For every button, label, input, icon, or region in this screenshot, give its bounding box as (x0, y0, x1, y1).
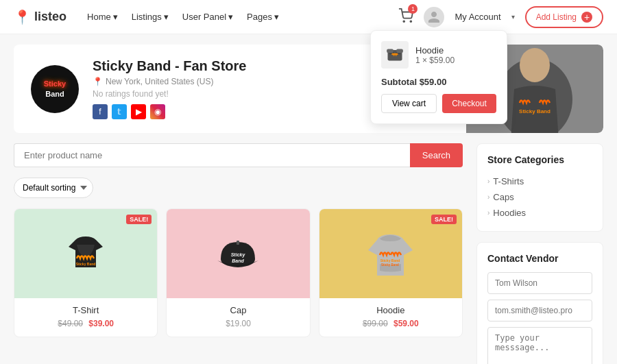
nav-listings[interactable]: Listings ▾ (132, 12, 169, 22)
product-info-hoodie: Hoodie $99.00 $59.00 (319, 298, 462, 337)
svg-point-1 (411, 21, 412, 22)
svg-text:Sticky Band: Sticky Band (380, 258, 400, 263)
product-price-tshirt: $49.00 $39.00 (23, 319, 149, 328)
contact-vendor-section: Contact Vendor Send Message (476, 242, 603, 364)
logo-text: listeo (34, 10, 66, 24)
product-image-cap: Sticky Band (167, 209, 309, 298)
nav-pages[interactable]: Pages ▾ (247, 12, 279, 22)
search-bar: Search (14, 143, 463, 167)
svg-text:Sticky Band: Sticky Band (381, 263, 399, 267)
product-grid: SALE! Sticky Band T-Shirt $49.00 $39.00 (14, 208, 463, 337)
svg-text:Band: Band (232, 258, 245, 263)
product-card-hoodie: SALE! Sticky Band Sticky Band (319, 208, 463, 337)
hoodie-icon: Sticky Band Sticky Band (365, 226, 416, 281)
product-name-cap: Cap (175, 305, 301, 315)
my-account-button[interactable]: My Account (455, 12, 500, 22)
sort-wrap: Default sorting (14, 178, 463, 198)
youtube-icon[interactable]: ▶ (131, 104, 146, 119)
cap-icon: Sticky Band (210, 232, 265, 276)
chevron-down-icon: ▾ (274, 12, 279, 22)
chevron-right-icon: › (487, 178, 489, 185)
product-name-hoodie: Hoodie (328, 305, 454, 315)
product-card-cap: Sticky Band Cap $19.00 (166, 208, 310, 337)
tshirt-icon: Sticky Band (62, 230, 110, 278)
logo[interactable]: 📍 listeo (14, 9, 66, 25)
sale-badge-hoodie: SALE! (431, 215, 457, 224)
store-logo-text2: Band (44, 89, 66, 99)
svg-text:Sticky Band: Sticky Band (519, 108, 551, 114)
chevron-down-icon: ▾ (511, 13, 515, 21)
cart-actions: View cart Checkout (381, 94, 496, 113)
search-button[interactable]: Search (410, 143, 463, 167)
sidebar: Store Categories › T-Shirts › Caps › Hoo… (476, 143, 603, 364)
location-icon: 📍 (93, 77, 103, 86)
avatar[interactable] (424, 7, 444, 27)
main-content: Search Default sorting SALE! Sticky Ba (0, 143, 617, 364)
cart-dropdown: Hoodie 1 × $59.00 Subtotal $59.00 View c… (370, 30, 507, 124)
chevron-right-icon: › (487, 193, 489, 201)
cart-item-qty: 1 × $59.00 (415, 56, 496, 65)
category-tshirts[interactable]: › T-Shirts (487, 173, 592, 189)
cart-badge: 1 (408, 4, 418, 14)
add-listing-button[interactable]: Add Listing + (525, 6, 603, 28)
cart-item-name: Hoodie (415, 45, 496, 56)
cart-subtotal: Subtotal $59.00 (381, 77, 496, 87)
header-right: 1 My Account ▾ Add Listing + (398, 6, 603, 28)
svg-text:Sticky Band: Sticky Band (76, 262, 96, 266)
cart-button[interactable]: 1 (398, 8, 413, 25)
svg-text:Sticky: Sticky (231, 252, 246, 258)
svg-rect-6 (396, 49, 403, 53)
header: 📍 listeo Home ▾ Listings ▾ User Panel ▾ … (0, 0, 617, 34)
svg-rect-5 (387, 49, 394, 53)
category-hoodies[interactable]: › Hoodies (487, 205, 592, 221)
store-logo: Sticky Band (31, 65, 79, 113)
product-name-tshirt: T-Shirt (23, 305, 149, 315)
logo-icon: 📍 (14, 9, 31, 25)
svg-point-9 (520, 48, 550, 82)
instagram-icon[interactable]: ◉ (150, 104, 165, 119)
product-card-tshirt: SALE! Sticky Band T-Shirt $49.00 $39.00 (14, 208, 158, 337)
checkout-button[interactable]: Checkout (442, 94, 496, 113)
store-hero: Sticky Band Sticky Band - Fan Store 📍 Ne… (14, 45, 603, 133)
products-area: Search Default sorting SALE! Sticky Ba (14, 143, 463, 364)
store-categories-section: Store Categories › T-Shirts › Caps › Hoo… (476, 143, 603, 232)
nav-home[interactable]: Home ▾ (87, 12, 118, 22)
store-categories-title: Store Categories (487, 154, 592, 165)
svg-rect-12 (237, 241, 239, 245)
contact-email-input[interactable] (487, 300, 592, 321)
product-price-hoodie: $99.00 $59.00 (328, 319, 454, 328)
cart-item-info: Hoodie 1 × $59.00 (415, 45, 496, 65)
cart-item-image (381, 41, 409, 69)
nav-user-panel[interactable]: User Panel ▾ (182, 12, 233, 22)
product-image-hoodie: SALE! Sticky Band Sticky Band (319, 209, 462, 298)
category-caps[interactable]: › Caps (487, 189, 592, 205)
contact-form: Send Message (487, 272, 592, 364)
chevron-right-icon: › (487, 209, 489, 217)
product-price-cap: $19.00 (175, 319, 301, 328)
search-input[interactable] (14, 143, 410, 167)
twitter-icon[interactable]: 𝕥 (112, 104, 127, 119)
svg-point-0 (404, 21, 405, 22)
facebook-icon[interactable]: f (93, 104, 108, 119)
chevron-down-icon: ▾ (164, 12, 169, 22)
contact-message-input[interactable] (487, 327, 592, 364)
view-cart-button[interactable]: View cart (381, 94, 437, 113)
store-logo-text1: Sticky (44, 79, 66, 88)
plus-icon: + (581, 12, 592, 23)
main-nav: Home ▾ Listings ▾ User Panel ▾ Pages ▾ (87, 12, 279, 22)
cart-item: Hoodie 1 × $59.00 (381, 41, 496, 69)
contact-name-input[interactable] (487, 272, 592, 294)
chevron-down-icon: ▾ (113, 12, 118, 22)
product-info-tshirt: T-Shirt $49.00 $39.00 (14, 298, 157, 337)
sort-select[interactable]: Default sorting (14, 178, 93, 198)
chevron-down-icon: ▾ (228, 12, 233, 22)
contact-vendor-title: Contact Vendor (487, 253, 592, 264)
product-info-cap: Cap $19.00 (167, 298, 309, 337)
product-image-tshirt: SALE! Sticky Band (14, 209, 157, 298)
sale-badge: SALE! (126, 215, 152, 224)
